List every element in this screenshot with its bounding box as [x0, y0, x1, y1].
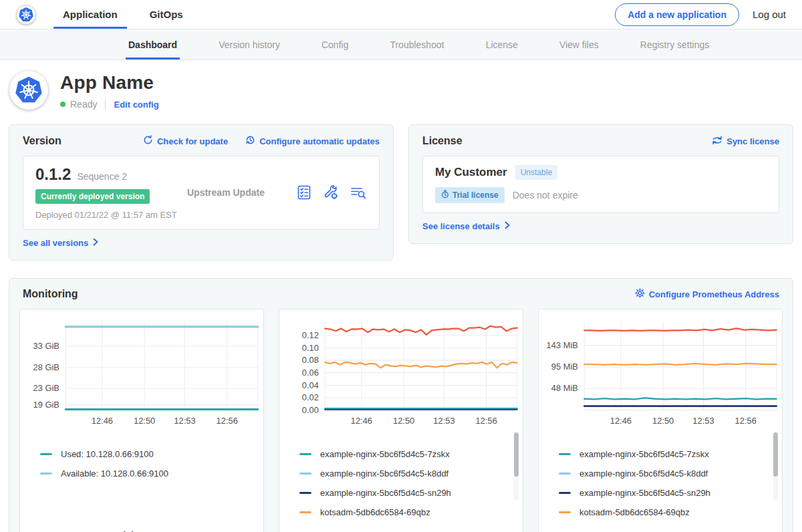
memory-usage-legend: example-nginx-5bc6f5d4c5-7zskxexample-ng… — [559, 444, 782, 522]
current-version-box: 0.1.2 Sequence 2 Currently deployed vers… — [23, 156, 380, 230]
monitoring-title: Monitoring — [23, 288, 78, 300]
add-application-button[interactable]: Add a new application — [615, 3, 739, 26]
version-number: 0.1.2 — [35, 165, 71, 184]
svg-text:0.04: 0.04 — [302, 380, 319, 390]
view-logs-icon[interactable] — [350, 184, 367, 201]
svg-text:0.10: 0.10 — [302, 343, 319, 353]
legend-scrollbar[interactable] — [773, 432, 778, 501]
license-card-title: License — [422, 135, 462, 147]
legend-label: Available: 10.128.0.66:9100 — [61, 469, 168, 479]
clock-refresh-icon — [245, 135, 255, 147]
legend-item: example-nginx-5bc6f5d4c5-sn29h — [559, 483, 782, 503]
version-sequence: Sequence 2 — [77, 171, 127, 182]
scrollbar-thumb[interactable] — [773, 432, 778, 477]
configure-automatic-updates-button[interactable]: Configure automatic updates — [245, 135, 380, 147]
page-title: App Name — [60, 72, 159, 94]
legend-dash-icon — [299, 492, 311, 494]
legend-label: example-nginx-5bc6f5d4c5-7zskx — [579, 449, 709, 459]
legend-label: Used: 10.128.0.66:9100 — [61, 449, 154, 459]
cpu-usage-plot[interactable]: 0.000.020.040.060.080.100.1212:4612:5012… — [279, 315, 523, 434]
chevron-right-icon — [93, 238, 98, 248]
svg-text:12:46: 12:46 — [351, 416, 372, 426]
deployed-timestamp: Deployed 01/21/22 @ 11:57 am EST — [35, 210, 179, 220]
channel-badge: Unstable — [515, 165, 557, 180]
legend-label: example-nginx-5bc6f5d4c5-k8ddf — [579, 469, 708, 479]
tab-application[interactable]: Application — [59, 0, 122, 29]
sync-license-button[interactable]: Sync license — [712, 136, 779, 147]
svg-text:48 MiB: 48 MiB — [551, 383, 578, 393]
logout-link[interactable]: Log out — [753, 9, 786, 20]
svg-text:12:50: 12:50 — [134, 416, 155, 426]
subnav-tab-view-files[interactable]: View files — [557, 29, 602, 59]
legend-label: kotsadm-5db6dc6584-69qbz — [579, 507, 690, 517]
version-source: Upstream Update — [179, 187, 296, 198]
svg-text:12:50: 12:50 — [393, 416, 414, 426]
kubernetes-logo-icon — [18, 7, 34, 23]
see-all-versions-link[interactable]: See all versions — [23, 238, 98, 248]
svg-text:12:56: 12:56 — [217, 416, 238, 426]
legend-item: example-nginx-5bc6f5d4c5-7zskx — [559, 444, 782, 464]
see-license-details-link[interactable]: See license details — [422, 221, 510, 231]
status-dot-icon — [60, 102, 65, 107]
app-icon — [9, 71, 48, 110]
subnav-tab-version-history[interactable]: Version history — [216, 29, 283, 59]
subnav-tab-troubleshoot[interactable]: Troubleshoot — [387, 29, 446, 59]
license-card: License Sync license My Customer Unstabl… — [408, 124, 793, 244]
legend-item: example-nginx-5bc6f5d4c5-sn29h — [299, 483, 523, 503]
svg-text:0.12: 0.12 — [302, 330, 319, 340]
edit-config-link[interactable]: Edit config — [114, 100, 158, 110]
legend-dash-icon — [40, 453, 52, 455]
subnav-tab-dashboard[interactable]: Dashboard — [126, 29, 180, 59]
legend-label: example-nginx-5bc6f5d4c5-sn29h — [579, 488, 710, 498]
legend-dash-icon — [299, 473, 311, 475]
legend-dash-icon — [559, 511, 571, 513]
license-box: My Customer Unstable Trial license Does … — [422, 156, 779, 213]
main-content: Version Check for update Configure autom… — [0, 119, 802, 532]
subnav-tab-registry-settings[interactable]: Registry settings — [638, 29, 712, 59]
svg-text:143 MiB: 143 MiB — [547, 340, 578, 350]
configure-prometheus-button[interactable]: Configure Prometheus Address — [635, 288, 779, 300]
svg-text:0.02: 0.02 — [302, 392, 319, 402]
legend-label: example-nginx-5bc6f5d4c5-k8ddf — [320, 469, 448, 479]
svg-text:12:56: 12:56 — [735, 416, 757, 426]
subnav-tab-license[interactable]: License — [483, 29, 521, 59]
legend-dash-icon — [40, 473, 52, 475]
legend-item: kotsadm-5db6dc6584-69qbz — [299, 503, 523, 522]
disk-usage-plot[interactable]: 19 GiB23 GiB28 GiB33 GiB12:4612:5012:531… — [20, 315, 263, 434]
svg-text:12:56: 12:56 — [476, 416, 497, 426]
stopwatch-icon — [441, 190, 449, 201]
check-for-update-button[interactable]: Check for update — [143, 135, 228, 147]
kubernetes-logo — [16, 5, 36, 25]
subnav-tab-config[interactable]: Config — [319, 29, 351, 59]
edit-config-wrench-icon[interactable] — [323, 184, 339, 201]
license-expiry: Does not expire — [513, 190, 578, 201]
legend-label: example-nginx-5bc6f5d4c5-sn29h — [320, 488, 451, 498]
customer-name: My Customer — [435, 166, 507, 179]
memory-usage-chart-card: 48 MiB95 MiB143 MiB12:4612:5012:5312:56 … — [538, 309, 783, 532]
svg-text:12:46: 12:46 — [92, 416, 113, 426]
tab-gitops[interactable]: GitOps — [146, 0, 187, 29]
svg-text:12:53: 12:53 — [433, 416, 454, 426]
svg-text:23 GiB: 23 GiB — [33, 383, 59, 393]
status-text: Ready — [70, 99, 97, 110]
svg-text:12:53: 12:53 — [174, 416, 195, 426]
license-type-badge: Trial license — [435, 187, 505, 203]
legend-scrollbar[interactable] — [514, 432, 519, 501]
preflight-checks-icon[interactable] — [296, 184, 312, 201]
gear-icon — [635, 288, 645, 300]
legend-item: Available: 10.128.0.66:9100 — [40, 464, 263, 483]
app-subnav: DashboardVersion historyConfigTroublesho… — [0, 29, 802, 60]
svg-text:12:46: 12:46 — [610, 416, 632, 426]
version-card-title: Version — [23, 135, 61, 147]
legend-dash-icon — [299, 511, 311, 513]
scrollbar-thumb[interactable] — [514, 432, 519, 477]
disk-usage-chart-card: 19 GiB23 GiB28 GiB33 GiB12:4612:5012:531… — [19, 309, 264, 532]
refresh-icon — [143, 135, 153, 147]
memory-usage-plot[interactable]: 48 MiB95 MiB143 MiB12:4612:5012:5312:56 — [539, 315, 782, 434]
svg-text:12:53: 12:53 — [692, 416, 714, 426]
version-card: Version Check for update Configure autom… — [9, 124, 394, 261]
svg-text:33 GiB: 33 GiB — [33, 341, 59, 351]
divider — [105, 100, 106, 110]
sync-arrows-icon — [712, 136, 722, 147]
legend-label: kotsadm-5db6dc6584-69qbz — [320, 507, 430, 517]
